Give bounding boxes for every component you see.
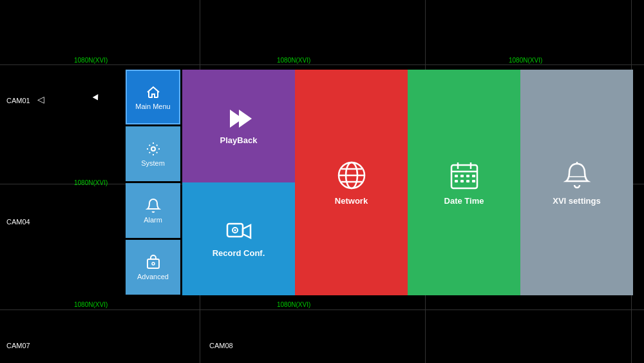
sidebar-item-main-menu[interactable]: Main Menu: [126, 70, 180, 124]
res-label-center-top: 1080N(XVI): [277, 57, 310, 64]
home-icon: [146, 84, 161, 100]
tile-record-conf[interactable]: Record Conf.: [182, 182, 295, 295]
cam07-label: CAM07: [6, 342, 30, 349]
svg-rect-1: [147, 259, 159, 268]
tile-network-label: Network: [335, 196, 368, 206]
svg-rect-23: [466, 180, 469, 182]
res-label-right-top: 1080N(XVI): [509, 57, 542, 64]
tile-network[interactable]: Network: [295, 70, 408, 295]
sidebar-label-system: System: [141, 159, 165, 167]
tile-playback-label: PlayBack: [220, 135, 258, 145]
svg-point-0: [151, 147, 155, 151]
svg-rect-17: [455, 175, 458, 177]
sidebar-label-advanced: Advanced: [137, 273, 169, 280]
sidebar-item-advanced[interactable]: Advanced: [126, 240, 180, 295]
sidebar-label-main-menu: Main Menu: [135, 103, 170, 110]
gear-icon: [146, 141, 161, 157]
tile-playback[interactable]: PlayBack: [182, 70, 295, 182]
tile-xvi-settings[interactable]: XVI settings: [520, 70, 633, 295]
sidebar-label-alarm: Alarm: [144, 216, 162, 224]
svg-marker-4: [239, 110, 252, 128]
tile-date-time[interactable]: Date Time: [408, 70, 520, 295]
cam08-label: CAM08: [209, 342, 233, 349]
record-icon: [226, 220, 252, 243]
svg-point-2: [152, 262, 155, 265]
svg-rect-19: [466, 175, 469, 177]
sidebar-item-alarm[interactable]: Alarm: [126, 183, 180, 238]
cam01-audio-icon: ◁: [37, 94, 44, 104]
bell-icon: [146, 198, 161, 213]
sidebar-item-system[interactable]: System: [126, 126, 180, 181]
tile-datetime-label: Date Time: [444, 196, 484, 206]
playback-icon: [225, 107, 253, 130]
tile-xvi-label: XVI settings: [553, 196, 600, 206]
tile-record-label: Record Conf.: [213, 248, 265, 258]
network-icon: [336, 160, 367, 191]
res-label-center-bot: 1080N(XVI): [277, 301, 310, 308]
cam04-label: CAM04: [6, 218, 30, 226]
res-label-cam07-bot: 1080N(XVI): [74, 301, 108, 308]
res-label-cam04-mid: 1080N(XVI): [74, 179, 108, 186]
bag-icon: [146, 255, 161, 270]
mouse-cursor: [93, 94, 101, 102]
svg-rect-18: [460, 175, 464, 177]
svg-rect-22: [460, 180, 464, 182]
svg-rect-21: [455, 180, 458, 182]
main-menu-overlay: Main Menu System Alarm: [126, 70, 633, 295]
svg-point-7: [234, 230, 236, 231]
cam01-label: CAM01: [6, 97, 30, 104]
sidebar: Main Menu System Alarm: [126, 70, 180, 295]
xvi-bell-icon: [562, 160, 592, 191]
res-label-cam01-top: 1080N(XVI): [74, 57, 108, 64]
svg-rect-20: [472, 175, 475, 177]
calendar-icon: [449, 160, 480, 191]
menu-grid: PlayBack Record Conf. Network: [182, 70, 633, 295]
svg-rect-24: [472, 180, 475, 182]
